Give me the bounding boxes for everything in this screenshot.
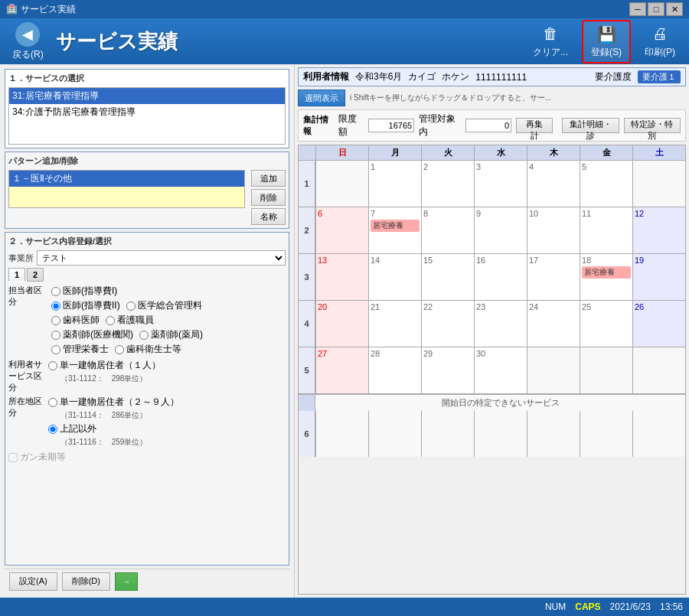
cal-cell[interactable]: 21 — [368, 301, 421, 347]
cal-cell[interactable] — [315, 161, 368, 207]
caps-status: CAPS — [575, 601, 600, 612]
cal-cell[interactable]: 10 — [527, 207, 580, 253]
cal-cell[interactable] — [421, 411, 474, 457]
cal-cell[interactable]: 19 — [632, 254, 685, 300]
cal-cell[interactable]: 15 — [421, 254, 474, 300]
cal-cell[interactable]: 16 — [474, 254, 527, 300]
cal-cell[interactable]: 25 — [580, 301, 632, 347]
service-item[interactable]: 31:居宅療養管理指導 — [9, 88, 285, 104]
radio-tani1[interactable]: 単一建物居住者（１人） — [48, 359, 161, 372]
delete-pattern-button[interactable]: 削除 — [251, 189, 286, 206]
service-content-section: ２．サービス内容登録/選択 事業所 テスト 1 2 担当者区分 医師( — [5, 232, 289, 565]
tab-2[interactable]: 2 — [27, 268, 44, 282]
week-label-1: 1 — [299, 161, 315, 207]
cal-cell[interactable]: 29 — [421, 347, 474, 393]
radio-shika[interactable]: 歯科医師 — [51, 314, 100, 327]
tab-1[interactable]: 1 — [8, 268, 25, 282]
cal-cell[interactable]: 8 — [421, 207, 474, 253]
cal-event[interactable]: 居宅療養 — [371, 220, 420, 232]
cal-header-wed: 水 — [474, 145, 527, 160]
close-button[interactable]: ✕ — [666, 2, 683, 16]
main-content: １．サービスの選択 31:居宅療養管理指導 34:介護予防居宅療養管理指導 パタ… — [0, 64, 689, 598]
radio-ishi1[interactable]: 医師(指導費I) — [51, 285, 117, 298]
cal-cell[interactable]: 7 居宅療養 — [368, 207, 421, 253]
cal-cell[interactable]: 14 — [368, 254, 421, 300]
cal-cell[interactable]: 18 居宅療養 — [580, 254, 632, 300]
service-kubun-label: 利用者サービス区分 — [8, 359, 45, 393]
cal-cell[interactable]: 23 — [474, 301, 527, 347]
cal-cell[interactable] — [632, 161, 685, 207]
cal-cell[interactable]: 20 — [315, 301, 368, 347]
recalc-button[interactable]: 再集計 — [516, 118, 553, 133]
cal-cell[interactable]: 17 — [527, 254, 580, 300]
cal-cell[interactable]: 12 — [632, 207, 685, 253]
cal-cell[interactable]: 28 — [368, 347, 421, 393]
cal-cell[interactable]: 24 — [527, 301, 580, 347]
clear-button[interactable]: 🗑 クリア... — [525, 21, 576, 62]
cal-cell[interactable]: 22 — [421, 301, 474, 347]
cancer-checkbox-label[interactable]: ガン未期等 — [8, 451, 286, 464]
tokutei-button[interactable]: 特定診・特別 — [624, 118, 681, 133]
radio-kanri[interactable]: 管理栄養士 — [51, 343, 109, 356]
cal-cell[interactable] — [368, 411, 421, 457]
user-info-title: 利用者情報 — [303, 70, 349, 83]
cal-cell[interactable]: 27 — [315, 347, 368, 393]
print-button[interactable]: 🖨 印刷(P) — [637, 21, 683, 62]
radio-tani2[interactable]: 単一建物居住者（２～９人） — [48, 396, 179, 409]
radio-kango[interactable]: 看護職員 — [106, 314, 154, 327]
register-button[interactable]: 💾 登録(S) — [582, 20, 631, 64]
radio-shika-eise[interactable]: 歯科衛生士等 — [115, 343, 181, 356]
radio-ishi2[interactable]: 医師(指導費II) — [51, 299, 120, 312]
name-button[interactable]: 名称 — [251, 208, 286, 225]
pattern-list[interactable]: １－医Ⅱその他 — [8, 170, 245, 208]
week-view-button[interactable]: 週間表示 — [298, 90, 345, 106]
tanto-label: 担当者区分 — [8, 285, 45, 308]
cal-cell[interactable] — [580, 347, 632, 393]
delete-button[interactable]: 削除(D) — [62, 572, 110, 591]
cal-cell[interactable] — [632, 347, 685, 393]
cal-cell[interactable]: 11 — [580, 207, 632, 253]
cal-cell[interactable]: 2 — [421, 161, 474, 207]
service-list[interactable]: 31:居宅療養管理指導 34:介護予防居宅療養管理指導 — [8, 87, 286, 145]
week-label-4: 4 — [299, 301, 315, 347]
cal-cell[interactable]: 26 — [632, 301, 685, 347]
settei-button[interactable]: 設定(A) — [9, 572, 57, 591]
summary-title: 集計情報 — [303, 114, 334, 137]
cal-cell[interactable]: 6 — [315, 207, 368, 253]
limit-value-input[interactable] — [368, 119, 414, 132]
cal-cell[interactable] — [527, 411, 580, 457]
maximize-button[interactable]: □ — [648, 2, 665, 16]
cal-cell[interactable] — [527, 347, 580, 393]
pattern-item[interactable]: １－医Ⅱその他 — [9, 171, 244, 187]
cal-cell[interactable]: 5 — [580, 161, 632, 207]
cal-cell[interactable] — [315, 411, 368, 457]
radio-yakuyakukyoku[interactable]: 薬剤師(薬局) — [139, 328, 203, 341]
back-button[interactable]: ◀ 戻る(R) — [6, 19, 50, 64]
cal-cell[interactable] — [580, 411, 632, 457]
cal-cell[interactable]: 9 — [474, 207, 527, 253]
tanto-row-3: 歯科医師 看護職員 — [51, 314, 203, 327]
cal-cell[interactable]: 4 — [527, 161, 580, 207]
radio-igaku[interactable]: 医学総合管理料 — [126, 299, 202, 312]
tanto-row-1: 医師(指導費I) — [51, 285, 203, 298]
cal-cell[interactable]: 1 — [368, 161, 421, 207]
cal-header-sat: 土 — [632, 145, 685, 160]
radio-yakuiryo[interactable]: 薬剤師(医療機関) — [51, 328, 133, 341]
add-pattern-button[interactable]: 追加 — [251, 170, 286, 187]
pattern-row: １－医Ⅱその他 追加 削除 名称 — [8, 170, 286, 225]
managed-value-input[interactable] — [465, 119, 511, 132]
office-select[interactable]: テスト — [37, 250, 286, 266]
service-item[interactable]: 34:介護予防居宅療養管理指導 — [9, 104, 285, 120]
minimize-button[interactable]: ─ — [629, 2, 646, 16]
cal-cell[interactable]: 13 — [315, 254, 368, 300]
cal-body: 1 1 2 3 4 5 2 6 7 居宅療養 8 — [299, 161, 685, 594]
radio-jokiigai[interactable]: 上記以外 — [48, 422, 179, 435]
arrow-button[interactable]: → — [115, 572, 138, 591]
detail-button[interactable]: 集計明細・診 — [562, 118, 619, 133]
cal-cell[interactable] — [474, 411, 527, 457]
cal-cell[interactable]: 30 — [474, 347, 527, 393]
cal-cell[interactable] — [632, 411, 685, 457]
cal-cell[interactable]: 3 — [474, 161, 527, 207]
cal-header-tue: 火 — [421, 145, 474, 160]
cal-event[interactable]: 居宅療養 — [582, 266, 631, 279]
